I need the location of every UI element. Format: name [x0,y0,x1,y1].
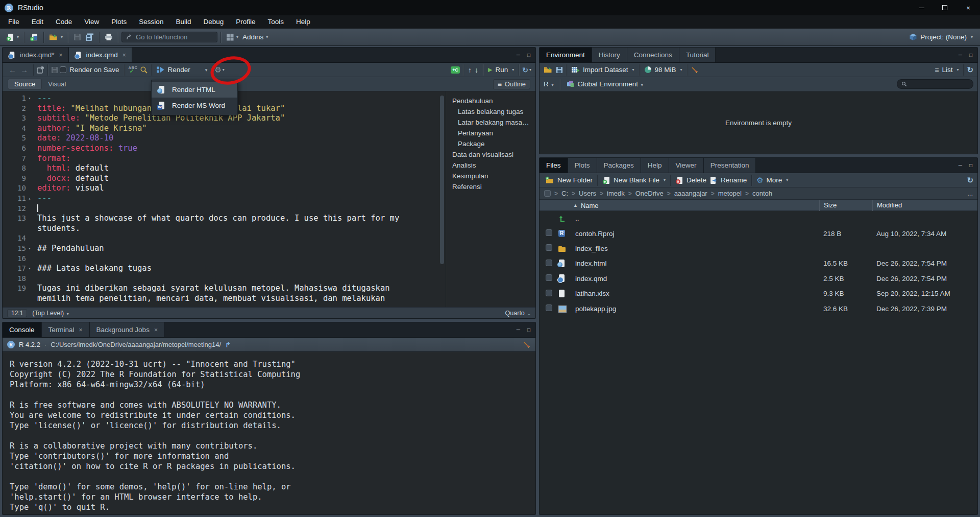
tab-environment[interactable]: Environment [540,48,592,62]
outline-item-latas-belakang-tugas[interactable]: Latas belakang tugas [446,106,535,117]
menu-help[interactable]: Help [290,15,316,29]
maximize-pane-icon[interactable]: □ [527,52,530,58]
refresh-icon[interactable]: ↻ [967,176,973,185]
fold-arrow-icon[interactable]: ▾ [26,264,33,274]
menu-tools[interactable]: Tools [261,15,290,29]
menu-debug[interactable]: Debug [197,15,230,29]
code-lines[interactable]: 1 ▾ --- 2 title: "Melihat hubungan infla… [3,91,438,307]
tab-tutorial[interactable]: Tutorial [679,48,716,62]
delete-button[interactable]: Delete [674,176,708,184]
outline-item-data-dan-visualisasi[interactable]: Data dan visualisasi [446,149,535,160]
file-row-poltekapp-jpg[interactable]: poltekapp.jpg 32.6 KB Dec 26, 2022, 7:39… [540,301,977,316]
tab-plots[interactable]: Plots [568,158,597,173]
maximize-pane-icon[interactable]: □ [969,52,972,58]
import-dataset-button[interactable]: Import Dataset ▾ [570,66,636,74]
console-output[interactable]: R version 4.2.2 (2022-10-31 ucrt) -- "In… [3,352,535,514]
popout-window-icon[interactable] [37,66,44,74]
scope-indicator[interactable]: (Top Level) ▾ [32,310,68,317]
clear-console-broom-icon[interactable] [523,341,531,349]
rename-button[interactable]: Rename [708,176,748,184]
chevron-down-icon[interactable]: ▾ [529,67,531,72]
file-checkbox[interactable] [546,229,552,236]
back-icon[interactable]: ← [7,65,18,74]
minimize-pane-icon[interactable]: ─ [517,52,520,58]
minimize-pane-icon[interactable]: ─ [517,327,520,333]
minimize-button[interactable] [910,0,933,15]
code-editor-area[interactable]: 1 ▾ --- 2 title: "Melihat hubungan infla… [3,91,535,307]
outline-item-pendahuluan[interactable]: Pendahuluan [446,96,535,106]
save-icon[interactable] [51,66,58,74]
environment-search-input[interactable] [897,79,973,89]
refresh-icon[interactable]: ↻ [967,65,973,75]
fold-arrow-icon[interactable]: ▾ [26,244,33,254]
run-button[interactable]: ▶ Run ▾ [486,66,516,74]
menu-plots[interactable]: Plots [105,15,133,29]
list-view-button[interactable]: ≡ List ▾ [933,66,960,74]
close-icon[interactable]: × [79,326,83,334]
select-all-checkbox[interactable] [544,190,551,197]
menu-code[interactable]: Code [50,15,78,29]
tab-files[interactable]: Files [540,158,568,173]
tab-help[interactable]: Help [641,158,669,173]
render-dropdown-arrow[interactable]: ▾ [205,67,208,73]
tab-source[interactable]: Source [8,79,42,89]
render-button[interactable]: Render [155,66,192,74]
file-name[interactable]: contoh.Rproj [573,230,819,238]
open-file-button[interactable]: ▾ [47,32,65,42]
print-button[interactable] [103,32,115,42]
addins-button[interactable]: Addins ▾ [240,32,270,42]
load-workspace-icon[interactable] [544,66,553,74]
chevron-down-icon[interactable]: ▾ [223,67,225,72]
file-name[interactable]: poltekapp.jpg [573,305,819,313]
menu-edit[interactable]: Edit [26,15,50,29]
outline-toggle-button[interactable]: ≡ Outline [493,79,530,89]
tab-viewer[interactable]: Viewer [669,158,704,173]
more-button[interactable]: ⚙ More ▾ [755,176,790,184]
minimize-pane-icon[interactable]: ─ [959,52,962,58]
environment-scope-selector[interactable]: Global Environment ▾ [578,80,643,88]
breadcrumb-c[interactable]: C: [561,190,568,197]
outline-item-referensi[interactable]: Referensi [446,181,535,192]
save-button[interactable] [71,32,83,42]
clear-objects-broom-icon[interactable] [691,66,699,74]
file-checkbox[interactable] [546,260,552,266]
outline-item-latar-belakang-masa[interactable]: Latar belakang masa… [446,117,535,128]
outline-item-package[interactable]: Package [446,138,535,149]
breadcrumb-contoh[interactable]: contoh [752,190,772,197]
search-icon[interactable] [140,66,148,74]
panes-layout-button[interactable]: ▾ [224,32,240,42]
file-type-indicator[interactable]: Quarto ⌄ [505,310,531,317]
menu-view[interactable]: View [78,15,105,29]
fold-arrow-icon[interactable]: ▴ [26,194,33,204]
cursor-position[interactable]: 12:1 [7,309,27,317]
tab-visual[interactable]: Visual [42,79,72,89]
tab-packages[interactable]: Packages [597,158,641,173]
tab-background-jobs[interactable]: Background Jobs × [90,322,165,337]
menu-build[interactable]: Build [169,15,197,29]
file-checkbox[interactable] [546,274,552,281]
new-project-button[interactable] [28,32,40,42]
file-row-index-files[interactable]: index_files [540,241,977,256]
file-row-latihan-xlsx[interactable]: latihan.xlsx 9.3 KB Sep 20, 2022, 12:15 … [540,286,977,301]
save-all-button[interactable] [83,32,96,42]
breadcrumb-aaaangajar[interactable]: aaaangajar [674,190,707,197]
file-row-index-qmd[interactable]: index.qmd 2.5 KB Dec 26, 2022, 7:54 PM [540,271,977,286]
editor-tab-index-qmd[interactable]: index.qmd* × [3,48,69,62]
menu-profile[interactable]: Profile [230,15,261,29]
spellcheck-icon[interactable] [128,65,140,75]
tab-console[interactable]: Console [3,322,42,337]
breadcrumb-users[interactable]: Users [579,190,596,197]
file-row-index-html[interactable]: index.html 16.5 KB Dec 26, 2022, 7:54 PM [540,256,977,271]
language-selector[interactable]: R ▾ [544,80,554,88]
open-directory-arrow-icon[interactable]: ↱ [225,341,231,348]
file-name[interactable]: index.qmd [573,275,819,283]
close-icon[interactable]: × [154,326,158,334]
file-checkbox[interactable] [546,304,552,311]
scrollbar-thumb[interactable] [440,96,444,264]
run-next-icon[interactable]: ↓ [473,66,480,74]
column-header-name[interactable]: ▲ Name [573,202,819,209]
minimize-pane-icon[interactable]: ─ [959,162,962,168]
menu-item-render-html[interactable]: Render HTML [152,82,237,98]
close-icon[interactable]: × [59,52,63,59]
file-name[interactable]: latihan.xlsx [573,290,819,297]
